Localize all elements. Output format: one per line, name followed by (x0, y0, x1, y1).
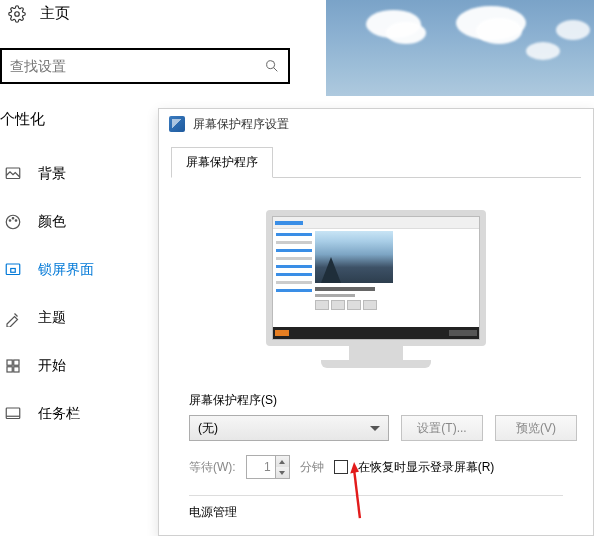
nav-list: 背景 颜色 锁屏界面 主题 开始 任务栏 (0, 150, 150, 438)
start-icon (4, 357, 22, 375)
screensaver-settings-dialog: 屏幕保护程序设置 屏幕保护程序 (158, 108, 594, 536)
taskbar-icon (4, 405, 22, 423)
picture-icon (4, 165, 22, 183)
theme-icon (4, 309, 22, 327)
home-label: 主页 (40, 4, 70, 23)
search-icon (264, 58, 280, 74)
nav-item-themes[interactable]: 主题 (0, 294, 150, 342)
nav-label: 背景 (38, 165, 66, 183)
tab-screensaver[interactable]: 屏幕保护程序 (171, 147, 273, 178)
nav-item-colors[interactable]: 颜色 (0, 198, 150, 246)
svg-rect-12 (7, 367, 12, 372)
monitor-preview (159, 210, 593, 368)
resume-checkbox-label: 在恢复时显示登录屏幕(R) (358, 459, 495, 476)
svg-rect-14 (6, 408, 20, 419)
power-heading: 电源管理 (189, 504, 593, 521)
wait-unit: 分钟 (300, 459, 324, 476)
svg-rect-9 (11, 269, 16, 273)
svg-rect-8 (6, 264, 20, 275)
combo-value: (无) (198, 420, 218, 437)
screensaver-icon (169, 116, 185, 132)
svg-point-7 (15, 220, 17, 222)
svg-rect-11 (14, 360, 19, 365)
divider (189, 495, 563, 496)
palette-icon (4, 213, 22, 231)
nav-item-background[interactable]: 背景 (0, 150, 150, 198)
nav-label: 任务栏 (38, 405, 80, 423)
wait-value-input[interactable] (247, 456, 275, 478)
svg-line-2 (274, 68, 278, 72)
dialog-title: 屏幕保护程序设置 (193, 116, 289, 133)
preview-button[interactable]: 预览(V) (495, 415, 577, 441)
wait-label: 等待(W): (189, 459, 236, 476)
section-title: 个性化 (0, 110, 45, 129)
tab-strip: 屏幕保护程序 (171, 147, 581, 178)
lockscreen-icon (4, 261, 22, 279)
dialog-titlebar[interactable]: 屏幕保护程序设置 (159, 109, 593, 139)
nav-label: 开始 (38, 357, 66, 375)
nav-label: 颜色 (38, 213, 66, 231)
svg-rect-10 (7, 360, 12, 365)
nav-item-start[interactable]: 开始 (0, 342, 150, 390)
settings-button[interactable]: 设置(T)... (401, 415, 483, 441)
svg-rect-13 (14, 367, 19, 372)
search-box[interactable] (0, 48, 290, 84)
screensaver-combo[interactable]: (无) (189, 415, 389, 441)
spin-up[interactable] (276, 456, 289, 467)
gear-icon (8, 5, 26, 23)
home-row[interactable]: 主页 (0, 4, 70, 23)
search-input[interactable] (10, 58, 264, 74)
svg-point-1 (267, 61, 275, 69)
resume-checkbox[interactable] (334, 460, 348, 474)
chevron-down-icon (370, 426, 380, 431)
svg-point-6 (12, 218, 14, 220)
svg-point-5 (9, 220, 11, 222)
nav-label: 锁屏界面 (38, 261, 94, 279)
nav-item-lockscreen[interactable]: 锁屏界面 (0, 246, 150, 294)
nav-label: 主题 (38, 309, 66, 327)
screensaver-group-label: 屏幕保护程序(S) (189, 392, 593, 409)
nav-item-taskbar[interactable]: 任务栏 (0, 390, 150, 438)
svg-point-0 (15, 11, 20, 16)
lockscreen-preview (326, 0, 594, 96)
wait-spinner[interactable] (246, 455, 290, 479)
spin-down[interactable] (276, 467, 289, 478)
